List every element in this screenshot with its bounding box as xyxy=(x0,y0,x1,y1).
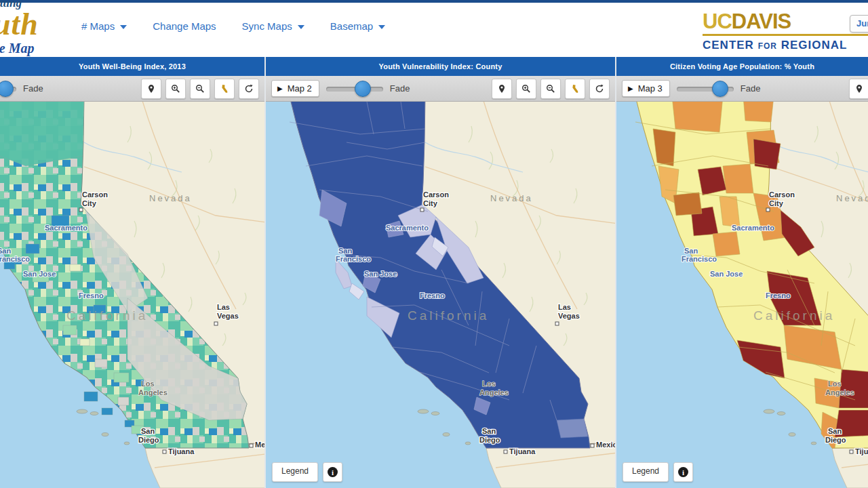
nav-change-maps[interactable]: Change Maps xyxy=(153,20,216,32)
zoom-to-california-button[interactable] xyxy=(214,79,235,99)
map3-tools xyxy=(849,79,868,99)
locate-button[interactable] xyxy=(492,79,512,99)
map2-canvas[interactable]: Legend i xyxy=(266,102,615,488)
legend-button[interactable]: Legend xyxy=(623,462,669,482)
ucdavis-brand: UCDAVIS CENTER FOR REGIONAL xyxy=(703,11,868,52)
refresh-icon xyxy=(244,84,254,94)
map3-fade-slider[interactable] xyxy=(677,81,734,97)
chevron-down-icon xyxy=(298,25,304,29)
zoom-to-california-button[interactable] xyxy=(565,79,585,99)
nav-sync-maps[interactable]: Sync Maps xyxy=(242,20,304,32)
map2-toolbar: ▶ Map 2 Fade xyxy=(266,76,615,102)
map-panel-3: Citizen Voting Age Population: % Youth ▶… xyxy=(615,57,868,488)
map3-toolbar: ▶ Map 3 Fade xyxy=(616,76,868,102)
brand-rule xyxy=(703,34,868,36)
fade-label: Fade xyxy=(23,83,43,94)
zoom-out-button[interactable] xyxy=(190,79,210,99)
play-icon: ▶ xyxy=(277,85,283,92)
info-icon: i xyxy=(328,467,338,477)
map2-fade-slider[interactable] xyxy=(326,81,383,97)
locate-button[interactable] xyxy=(141,79,161,99)
map2-tools xyxy=(492,79,610,99)
map1-title: Youth Well-Being Index, 2013 xyxy=(0,57,264,76)
info-button[interactable]: i xyxy=(673,462,693,482)
zoom-in-icon xyxy=(521,84,531,94)
slider-knob[interactable] xyxy=(0,81,14,97)
map-panel-1: Youth Well-Being Index, 2013 Fade xyxy=(0,57,264,488)
map2-toggle-button[interactable]: ▶ Map 2 xyxy=(271,80,319,97)
california-icon xyxy=(220,84,229,94)
info-icon: i xyxy=(678,467,688,477)
refresh-button[interactable] xyxy=(589,79,610,99)
map-panels-row: Youth Well-Being Index, 2013 Fade xyxy=(0,57,868,488)
legend-button[interactable]: Legend xyxy=(272,462,318,482)
zoom-out-icon xyxy=(195,84,205,94)
map2-legend-bar: Legend i xyxy=(272,462,342,482)
map1-canvas[interactable] xyxy=(0,102,264,488)
slider-knob[interactable] xyxy=(355,81,371,97)
map3-title: Citizen Voting Age Population: % Youth xyxy=(616,57,868,76)
brand-for-word: FOR xyxy=(758,41,777,51)
brand-center-word: CENTER xyxy=(703,39,754,52)
california-icon xyxy=(570,84,580,94)
map3-toggle-button[interactable]: ▶ Map 3 xyxy=(622,80,670,97)
zoom-out-icon xyxy=(546,84,555,94)
slider-knob[interactable] xyxy=(712,81,728,97)
zoom-out-button[interactable] xyxy=(540,79,561,99)
location-pin-icon xyxy=(497,84,507,94)
map1-fade-slider[interactable] xyxy=(0,81,16,97)
info-button[interactable]: i xyxy=(323,462,342,482)
map1-tools xyxy=(141,79,259,99)
site-header: Putting Youth on the Map # Maps Change M… xyxy=(0,3,868,57)
map2-title: Youth Vulnerability Index: County xyxy=(266,57,615,76)
map-panel-2: Youth Vulnerability Index: County ▶ Map … xyxy=(264,57,615,488)
app-window: Putting Youth on the Map # Maps Change M… xyxy=(0,0,868,488)
main-nav: # Maps Change Maps Sync Maps Basemap xyxy=(81,20,385,32)
logo-line-3: on the Map xyxy=(0,41,117,55)
locate-button[interactable] xyxy=(849,79,868,99)
brand-regional-word: REGIONAL xyxy=(781,39,848,52)
map3-canvas[interactable]: Legend i xyxy=(616,102,868,488)
zoom-in-button[interactable] xyxy=(516,79,536,99)
fade-label: Fade xyxy=(741,83,761,94)
location-pin-icon xyxy=(146,84,156,94)
nav-num-maps[interactable]: # Maps xyxy=(81,20,127,32)
refresh-icon xyxy=(595,84,604,94)
map3-legend-bar: Legend i xyxy=(623,462,693,482)
brand-davis: DAVIS xyxy=(732,9,791,33)
fade-label: Fade xyxy=(390,83,410,94)
chevron-down-icon xyxy=(378,25,385,29)
location-pin-icon xyxy=(854,84,864,94)
zoom-in-icon xyxy=(171,84,180,94)
zoom-in-button[interactable] xyxy=(165,79,186,99)
map1-toolbar: Fade xyxy=(0,76,264,102)
play-icon: ▶ xyxy=(628,85,633,92)
nav-basemap[interactable]: Basemap xyxy=(330,20,385,32)
chevron-down-icon xyxy=(120,25,127,29)
brand-uc: UC xyxy=(703,9,732,33)
jump-to-button[interactable]: Jump xyxy=(850,15,868,33)
refresh-button[interactable] xyxy=(239,79,259,99)
